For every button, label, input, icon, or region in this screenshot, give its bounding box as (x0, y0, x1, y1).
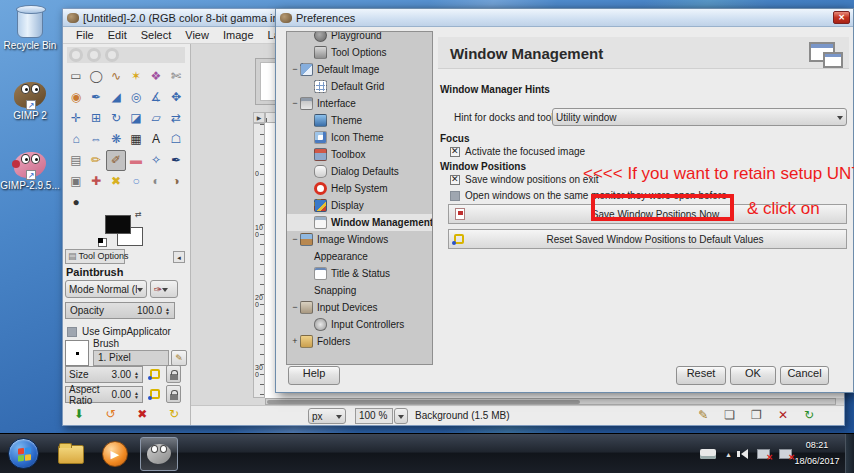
tool-clone-icon[interactable]: ▣ (66, 171, 86, 192)
tool-flip-icon[interactable]: ⇄ (166, 108, 186, 129)
restore-preset-icon[interactable]: ↺ (106, 407, 116, 421)
spinner-icon[interactable]: ▲▼ (134, 371, 139, 379)
desktop-icon-recycle-bin[interactable]: Recycle Bin (0, 8, 60, 51)
tool-warp-transform-icon[interactable]: ❋ (106, 129, 126, 150)
start-button[interactable] (8, 438, 39, 469)
reset-saved-positions-button[interactable]: Reset Saved Window Positions to Default … (448, 229, 847, 249)
keyboard-tray-icon[interactable] (700, 449, 716, 459)
link-size-button[interactable] (166, 365, 181, 383)
activate-focused-image-checkbox[interactable]: Activate the focused image (450, 146, 585, 157)
unit-combo[interactable]: px (308, 408, 346, 424)
tool-measure-icon[interactable]: ∡ (146, 87, 166, 108)
tool-rotate-icon[interactable]: ↻ (106, 108, 126, 129)
menu-image[interactable]: Image (216, 29, 261, 41)
tool-airbrush-icon[interactable]: ✧ (146, 150, 166, 171)
taskbar-clock[interactable]: 08:21 18/06/2017 (793, 437, 841, 469)
reset-aspect-icon[interactable] (150, 389, 160, 399)
prefs-tree-item-appearance[interactable]: Appearance (287, 248, 432, 265)
close-button[interactable]: ✕ (833, 11, 850, 24)
prefs-tree-item-help-system[interactable]: Help System (287, 180, 432, 197)
spinner-icon[interactable]: ▲▼ (134, 391, 139, 399)
taskbar-explorer-button[interactable] (52, 437, 90, 471)
default-colors-icon[interactable] (98, 238, 107, 247)
menu-edit[interactable]: Edit (101, 29, 134, 41)
blend-mode-combo[interactable]: ✑ (150, 280, 178, 298)
tool-crop-icon[interactable]: ◉ (66, 87, 86, 108)
volume-icon[interactable] (741, 449, 748, 459)
device-error-icon[interactable] (779, 449, 792, 459)
prefs-tree-item-toolbox[interactable]: Toolbox (287, 146, 432, 163)
tab-tool-options[interactable]: ▤Tool Options (65, 249, 125, 264)
brush-name-entry[interactable]: 1. Pixel (93, 350, 169, 366)
menu-file[interactable]: File (69, 29, 101, 41)
show-hidden-icons-button[interactable]: ▲ (725, 451, 732, 458)
save-positions-on-exit-checkbox[interactable]: Save window positions on exit (450, 174, 598, 185)
delete-preset-icon[interactable]: ✖ (137, 407, 147, 421)
tool-select-by-color-icon[interactable]: ❖ (146, 66, 166, 87)
link-aspect-button[interactable] (166, 385, 181, 403)
checkbox-icon[interactable] (450, 191, 460, 201)
tool-move-icon[interactable]: ✥ (166, 87, 186, 108)
tool-paths-icon[interactable]: ✒ (86, 87, 106, 108)
desktop-icon-gimp295[interactable]: ↗ GIMP-2.9.5... (0, 152, 60, 191)
taskbar-mediaplayer-button[interactable]: ▶ (96, 437, 134, 471)
foreground-color-swatch[interactable] (105, 215, 131, 234)
prefs-tree-item-input-devices[interactable]: −Input Devices (287, 299, 432, 316)
tool-ink-icon[interactable]: ✒ (166, 150, 186, 171)
tool-unified-transform-icon[interactable]: ⊞ (86, 108, 106, 129)
refresh-icon[interactable]: ↻ (804, 408, 814, 422)
cancel-button[interactable]: Cancel (780, 366, 829, 385)
reset-button[interactable]: Reset (676, 366, 726, 385)
tool-smudge-icon[interactable]: ✖ (106, 171, 126, 192)
scrollbar-thumb[interactable] (267, 400, 580, 404)
menu-view[interactable]: View (178, 29, 216, 41)
desktop-icon-gimp2[interactable]: ↗ GIMP 2 (0, 82, 60, 121)
delete-icon[interactable]: ✕ (778, 408, 788, 422)
preferences-titlebar[interactable]: Preferences ✕ (276, 9, 853, 27)
tree-expander-icon[interactable]: − (290, 235, 300, 244)
spinner-icon[interactable]: ▲▼ (165, 307, 170, 315)
save-preset-icon[interactable]: ⬇ (74, 407, 84, 421)
tree-expander-icon[interactable]: − (290, 99, 300, 108)
aspect-ratio-entry[interactable]: Aspect Ratio 0.00 ▲▼ (65, 386, 143, 403)
hint-dropdown[interactable]: Utility window (552, 108, 847, 126)
prefs-tree-item-dialog-defaults[interactable]: Dialog Defaults (287, 163, 432, 180)
brush-size-entry[interactable]: Size 3.00 ▲▼ (65, 366, 143, 383)
show-desktop-button[interactable] (845, 434, 854, 473)
prefs-tree-item-folders[interactable]: +Folders (287, 333, 432, 350)
prefs-tree-item-input-controllers[interactable]: Input Controllers (287, 316, 432, 333)
tool-rect-select-icon[interactable]: ▭ (66, 66, 86, 87)
prefs-tree-item-snapping[interactable]: Snapping (287, 282, 432, 299)
paint-mode-combo[interactable]: Mode Normal (le (65, 280, 147, 298)
tool-scale-icon[interactable]: ◪ (126, 108, 146, 129)
checkbox-icon[interactable] (450, 175, 460, 185)
new-layer-icon[interactable]: ❏ (724, 408, 735, 422)
checkbox-icon[interactable] (450, 147, 460, 157)
prefs-tree-item-playground[interactable]: Playground (287, 31, 432, 44)
tool-zoom-icon[interactable]: ◎ (126, 87, 146, 108)
tool-free-select-icon[interactable]: ∿ (106, 66, 126, 87)
tree-expander-icon[interactable]: + (290, 337, 300, 346)
tool-ellipse-select-icon[interactable]: ◯ (86, 66, 106, 87)
taskbar-gimp-button[interactable] (140, 437, 178, 471)
prefs-tree-item-title-status[interactable]: Title & Status (287, 265, 432, 282)
checkbox-icon[interactable] (67, 327, 77, 337)
tool-pattern-icon[interactable]: ▦ (126, 129, 146, 150)
prefs-tree-item-theme[interactable]: Theme (287, 112, 432, 129)
reset-size-icon[interactable] (150, 369, 160, 379)
tool-paintbrush-icon[interactable]: ✐ (106, 150, 126, 171)
edit-brush-button[interactable]: ✎ (171, 350, 187, 366)
prefs-tree-item-default-grid[interactable]: Default Grid (287, 78, 432, 95)
tool-scissors-select-icon[interactable]: ✄ (166, 66, 186, 87)
tool-gradient-icon[interactable]: ▤ (66, 150, 86, 171)
tool-heal-icon[interactable]: ✚ (86, 171, 106, 192)
zoom-combo-button[interactable] (394, 408, 408, 424)
swap-colors-icon[interactable]: ⇄ (135, 210, 142, 219)
prefs-tree-item-interface[interactable]: −Interface (287, 95, 432, 112)
tool-options-menu-button[interactable]: ◂ (173, 251, 185, 263)
horizontal-scrollbar[interactable] (265, 398, 836, 405)
tree-expander-icon[interactable]: − (290, 303, 300, 312)
reset-defaults-icon[interactable]: ↻ (169, 407, 179, 421)
network-error-icon[interactable] (757, 449, 770, 459)
tool-pencil-icon[interactable]: ✏ (86, 150, 106, 171)
